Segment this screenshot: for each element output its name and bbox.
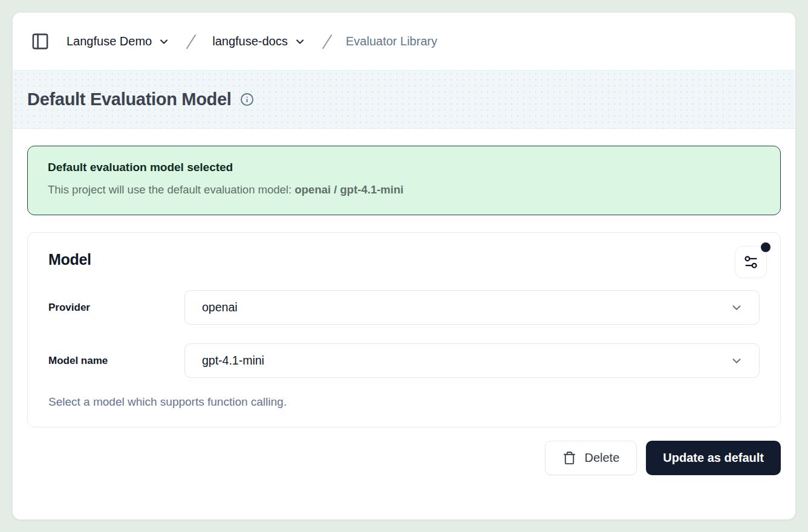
chevron-down-icon: [158, 36, 170, 48]
model-advanced-settings-button[interactable]: [735, 246, 767, 278]
model-name-label: Model name: [48, 355, 184, 367]
model-name-row: Model name gpt-4.1-mini: [48, 343, 760, 378]
panel-left-icon: [31, 32, 50, 51]
main-content: Default evaluation model selected This p…: [13, 129, 795, 519]
chevron-down-icon: [730, 354, 743, 368]
update-as-default-button[interactable]: Update as default: [646, 441, 781, 475]
delete-button[interactable]: Delete: [545, 441, 637, 475]
provider-selected-value: openai: [202, 300, 238, 314]
breadcrumb: Langfuse Demo langfuse-docs: [64, 31, 437, 52]
provider-row: Provider openai: [48, 290, 760, 325]
desktop-background: { "breadcrumb": { "org": "Langfuse Demo"…: [0, 0, 808, 532]
alert-title: Default evaluation model selected: [48, 161, 760, 174]
provider-select[interactable]: openai: [184, 290, 760, 325]
model-name-selected-value: gpt-4.1-mini: [202, 354, 264, 368]
model-helper-text: Select a model which supports function c…: [48, 395, 760, 409]
delete-button-label: Delete: [584, 451, 619, 465]
chevron-down-icon: [730, 301, 743, 314]
breadcrumb-bar: Langfuse Demo langfuse-docs: [13, 13, 795, 71]
sidebar-toggle-button[interactable]: [28, 30, 52, 53]
org-name: Langfuse Demo: [67, 34, 152, 48]
action-bar: Delete Update as default: [27, 441, 781, 475]
info-icon[interactable]: [240, 92, 254, 106]
update-button-label: Update as default: [663, 451, 764, 465]
provider-label: Provider: [48, 302, 184, 314]
page-title: Default Evaluation Model: [27, 89, 232, 109]
project-name: langfuse-docs: [212, 34, 288, 48]
breadcrumb-slash-icon: [319, 33, 335, 51]
sliders-settings-icon: [743, 254, 759, 270]
alert-description: This project will use the default evalua…: [48, 183, 760, 196]
model-card-title: Model: [48, 246, 91, 268]
alert-model-value: openai / gpt-4.1-mini: [295, 183, 403, 196]
settings-notification-dot: [761, 242, 771, 252]
app-window: Langfuse Demo langfuse-docs: [12, 12, 796, 520]
model-card: Model Provider openai: [27, 232, 781, 427]
breadcrumb-current-page: Evaluator Library: [346, 34, 437, 48]
project-selector[interactable]: langfuse-docs: [210, 31, 308, 52]
breadcrumb-slash-icon: [183, 33, 199, 51]
model-card-header: Model: [48, 246, 760, 278]
org-selector[interactable]: Langfuse Demo: [64, 31, 172, 52]
model-name-select[interactable]: gpt-4.1-mini: [184, 343, 760, 378]
chevron-down-icon: [294, 36, 306, 48]
alert-description-text: This project will use the default evalua…: [48, 183, 295, 196]
default-model-alert: Default evaluation model selected This p…: [27, 146, 781, 215]
trash-icon: [562, 451, 576, 465]
page-header: Default Evaluation Model: [13, 71, 795, 129]
